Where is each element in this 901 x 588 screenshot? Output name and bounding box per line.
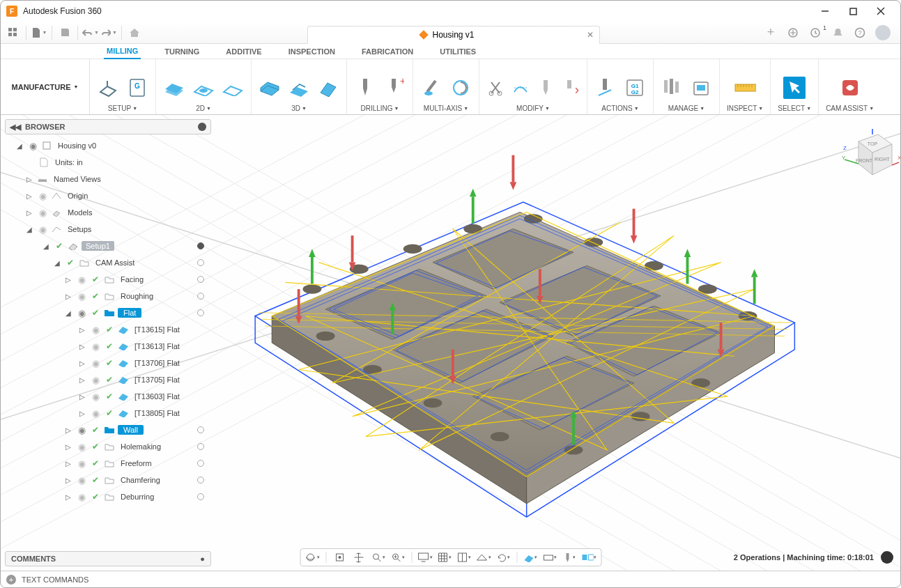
- expand-icon[interactable]: ▷: [63, 477, 73, 484]
- visibility-icon[interactable]: ◉: [37, 191, 48, 201]
- cam-assist-icon[interactable]: [839, 77, 861, 99]
- visibility-icon[interactable]: ◉: [37, 208, 48, 218]
- expand-icon[interactable]: ▷: [77, 376, 87, 384]
- active-radio[interactable]: [197, 309, 204, 316]
- expand-icon[interactable]: ▷: [63, 276, 73, 284]
- setup-icon[interactable]: [97, 77, 119, 99]
- close-tab-button[interactable]: ✕: [587, 30, 594, 40]
- visibility-icon[interactable]: ◉: [27, 141, 38, 151]
- user-avatar[interactable]: [875, 25, 891, 40]
- facing-node[interactable]: Facing: [118, 274, 146, 284]
- freeform-node[interactable]: Freeform: [118, 458, 155, 468]
- expand-icon[interactable]: ▷: [63, 293, 73, 300]
- expand-icon[interactable]: ▷: [77, 393, 87, 401]
- zoom-button[interactable]: ▾: [371, 550, 386, 564]
- expand-icon[interactable]: ▷: [77, 359, 87, 367]
- visibility-icon[interactable]: ◉: [90, 325, 101, 335]
- multiaxis-op2-icon[interactable]: [449, 77, 472, 99]
- modify-delete-icon[interactable]: ✕: [562, 79, 580, 97]
- hole-recognition-icon[interactable]: +: [383, 77, 406, 99]
- actions-postprocess-icon[interactable]: G1G2: [624, 77, 646, 99]
- close-button[interactable]: [867, 1, 895, 21]
- expand-icon[interactable]: ▷: [63, 443, 73, 451]
- active-radio[interactable]: [197, 443, 204, 450]
- expand-icon[interactable]: ▷: [63, 426, 73, 434]
- expand-textcmd-icon[interactable]: +: [6, 575, 16, 585]
- setup1-node[interactable]: Setup1: [82, 241, 114, 251]
- tab-milling[interactable]: MILLING: [104, 44, 141, 59]
- operation-node[interactable]: ▷◉✔[T13615] Flat: [5, 321, 211, 338]
- flat-node[interactable]: Flat: [118, 308, 141, 318]
- expand-icon[interactable]: ▷: [63, 460, 73, 467]
- modify-trim-icon[interactable]: [486, 79, 505, 97]
- data-panel-button[interactable]: [5, 24, 22, 41]
- minimize-button[interactable]: [811, 1, 839, 21]
- 3d-op3-icon[interactable]: [317, 77, 339, 99]
- visibility-icon[interactable]: ◉: [90, 408, 101, 419]
- models-node[interactable]: Models: [65, 208, 95, 217]
- roughing-node[interactable]: Roughing: [118, 291, 156, 301]
- visual-style-button[interactable]: ▾: [476, 550, 491, 564]
- select-icon[interactable]: [783, 77, 806, 99]
- fit-button[interactable]: ▾: [390, 550, 406, 564]
- viewports-button[interactable]: ▾: [456, 550, 472, 564]
- add-comment-icon[interactable]: ●: [200, 555, 205, 563]
- expand-icon[interactable]: ◢: [24, 226, 34, 233]
- expand-icon[interactable]: ▷: [24, 176, 34, 183]
- lookat-button[interactable]: [332, 550, 347, 564]
- visibility-icon[interactable]: ◉: [76, 308, 87, 318]
- display-button[interactable]: ▾: [417, 550, 433, 564]
- save-button[interactable]: [56, 24, 73, 41]
- notifications-button[interactable]: [831, 26, 845, 40]
- active-radio[interactable]: [197, 293, 204, 300]
- visibility-icon[interactable]: ◉: [90, 358, 101, 369]
- visibility-icon[interactable]: ◉: [76, 442, 87, 452]
- 2d-op1-icon[interactable]: [163, 77, 185, 99]
- chamfering-node[interactable]: Chamfering: [118, 475, 163, 485]
- 3d-op2-icon[interactable]: [288, 77, 310, 99]
- expand-icon[interactable]: ◢: [63, 309, 73, 317]
- document-tab[interactable]: Housing v1 ✕: [307, 26, 600, 44]
- active-radio[interactable]: [197, 426, 204, 433]
- workspace-switcher[interactable]: MANUFACTURE▼: [1, 59, 90, 114]
- expand-icon[interactable]: ▷: [63, 493, 73, 501]
- pan-button[interactable]: [351, 550, 367, 564]
- tab-fabrication[interactable]: FABRICATION: [359, 45, 416, 59]
- comments-panel-header[interactable]: COMMENTS ●: [5, 551, 211, 566]
- inspect-measure-icon[interactable]: [734, 77, 756, 99]
- active-radio[interactable]: [197, 460, 204, 467]
- compare-button[interactable]: ▾: [581, 550, 596, 564]
- holemaking-node[interactable]: Holemaking: [118, 442, 164, 451]
- multiaxis-op1-icon[interactable]: [420, 77, 442, 99]
- visibility-icon[interactable]: ◉: [90, 375, 101, 385]
- expand-icon[interactable]: ◢: [41, 242, 51, 250]
- visibility-icon[interactable]: ◉: [90, 392, 101, 402]
- expand-icon[interactable]: ▷: [77, 410, 87, 417]
- modify-tool1-icon[interactable]: [537, 79, 555, 97]
- maximize-button[interactable]: [839, 1, 867, 21]
- tab-inspection[interactable]: INSPECTION: [286, 45, 338, 59]
- operation-node[interactable]: ▷◉✔[T13805] Flat: [5, 405, 211, 421]
- viewport-canvas[interactable]: TOP FRONT RIGHT Y X Z ◀◀ BROWSER ◢◉Housi…: [1, 115, 900, 571]
- 3d-op1-icon[interactable]: [259, 77, 281, 99]
- active-radio[interactable]: [197, 276, 204, 283]
- operation-node[interactable]: ▷◉✔[T13705] Flat: [5, 371, 211, 388]
- operation-node[interactable]: ▷◉✔[T13613] Flat: [5, 338, 211, 355]
- visibility-icon[interactable]: ◉: [76, 425, 87, 435]
- named-views-node[interactable]: Named Views: [51, 174, 104, 184]
- deburring-node[interactable]: Deburring: [118, 492, 157, 502]
- expand-icon[interactable]: ▷: [77, 326, 87, 334]
- manage-tools-icon[interactable]: [661, 77, 683, 99]
- expand-icon[interactable]: ◢: [52, 259, 62, 267]
- stock-vis-button[interactable]: ▾: [542, 550, 557, 564]
- drill-icon[interactable]: [354, 77, 376, 99]
- visibility-icon[interactable]: ◉: [90, 341, 101, 352]
- job-status-button[interactable]: 1: [808, 26, 822, 40]
- camassist-node[interactable]: CAM Assist: [93, 258, 137, 268]
- active-radio[interactable]: [197, 477, 204, 483]
- gcode-icon[interactable]: G: [126, 77, 148, 99]
- view-cube[interactable]: TOP FRONT RIGHT Y X Z: [838, 129, 886, 178]
- tool-vis-button[interactable]: ▾: [562, 550, 577, 564]
- operation-node[interactable]: ▷◉✔[T13603] Flat: [5, 388, 211, 405]
- setups-node[interactable]: Setups: [65, 224, 94, 234]
